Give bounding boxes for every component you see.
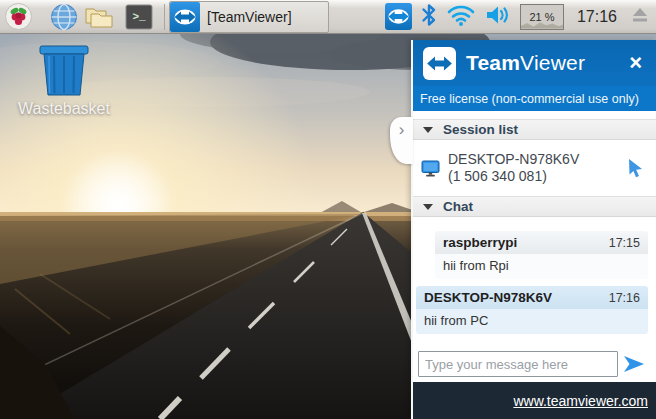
cursor-arrow-icon [627, 158, 644, 178]
wifi-icon[interactable] [446, 3, 476, 31]
taskbar: >_ [TeamViewer] [0, 0, 656, 34]
chat-message: raspberrypi 17:15 hii from Rpi [435, 231, 648, 279]
system-tray: 21 % 17:16 [385, 3, 656, 31]
chat-timestamp: 17:16 [609, 291, 640, 305]
file-manager-icon[interactable] [84, 2, 114, 32]
folders-icon [84, 4, 114, 30]
wastebasket-desktop-icon[interactable]: Wastebasket [2, 44, 126, 118]
chat-text: hii from Rpi [435, 254, 648, 279]
bluetooth-icon[interactable] [421, 3, 437, 31]
wastebasket-bin-icon [35, 44, 93, 96]
teamviewer-logo-icon [423, 47, 456, 80]
section-header-chat[interactable]: Chat [413, 196, 656, 217]
send-message-button[interactable] [618, 351, 650, 377]
send-icon [623, 354, 645, 374]
clock: 17:16 [573, 8, 621, 26]
cpu-usage-monitor[interactable]: 21 % [520, 4, 564, 30]
brand-title: TeamViewer [466, 51, 585, 75]
session-list-label: Session list [443, 122, 518, 137]
chat-label: Chat [443, 199, 473, 214]
raspberry-icon [5, 3, 32, 30]
session-list-item[interactable]: DESKTOP-N978K6V (1 506 340 081) [413, 140, 656, 196]
web-browser-icon[interactable] [49, 2, 79, 32]
teamviewer-icon [170, 2, 200, 32]
collapse-triangle-icon [423, 127, 433, 133]
taskbar-window-button-teamviewer[interactable]: [TeamViewer] [169, 1, 329, 33]
collapse-triangle-icon [423, 204, 433, 210]
session-id: (1 506 340 081) [448, 168, 579, 185]
chat-text: hii from PC [416, 309, 648, 334]
volume-icon[interactable] [485, 3, 511, 31]
terminal-icon[interactable]: >_ [124, 2, 154, 32]
brand-light: Viewer [520, 51, 585, 74]
terminal-prompt-glyph: >_ [132, 11, 145, 23]
chat-message-header: raspberrypi 17:15 [435, 231, 648, 254]
close-icon[interactable]: × [625, 53, 646, 73]
raspberry-menu-icon[interactable] [3, 2, 33, 32]
session-name: DESKTOP-N978K6V [448, 151, 579, 168]
chat-message-list: raspberrypi 17:15 hii from Rpi DESKTOP-N… [413, 217, 656, 350]
teamviewer-website-link[interactable]: www.teamviewer.com [513, 393, 648, 409]
eject-icon[interactable] [630, 6, 650, 28]
teamviewer-panel: TeamViewer × Free license (non-commercia… [411, 40, 656, 419]
chevron-right-icon: › [399, 120, 405, 139]
session-info: DESKTOP-N978K6V (1 506 340 081) [448, 151, 579, 185]
chat-input-row [413, 350, 656, 382]
license-banner: Free license (non-commercial use only) [413, 86, 656, 111]
panel-header: TeamViewer × [413, 40, 656, 86]
teamviewer-tray-icon[interactable] [385, 3, 412, 30]
window-button-label: [TeamViewer] [207, 9, 292, 25]
panel-spacer [413, 111, 656, 119]
monitor-icon [421, 160, 440, 177]
taskbar-separator [164, 4, 165, 30]
chat-sender: DESKTOP-N978K6V [424, 290, 552, 305]
globe-icon [50, 3, 78, 31]
panel-footer: www.teamviewer.com [413, 382, 656, 419]
chat-timestamp: 17:15 [609, 236, 640, 250]
wastebasket-label: Wastebasket [2, 100, 126, 118]
chat-message-header: DESKTOP-N978K6V 17:16 [416, 286, 648, 309]
chat-message: DESKTOP-N978K6V 17:16 hii from PC [416, 286, 648, 334]
chat-message-input[interactable] [418, 351, 618, 377]
section-header-session-list[interactable]: Session list [413, 119, 656, 140]
desktop-screen: >_ [TeamViewer] [0, 0, 656, 419]
brand-bold: Team [466, 51, 520, 74]
cpu-percent-label: 21 % [529, 11, 554, 23]
chat-sender: raspberrypi [443, 235, 517, 250]
